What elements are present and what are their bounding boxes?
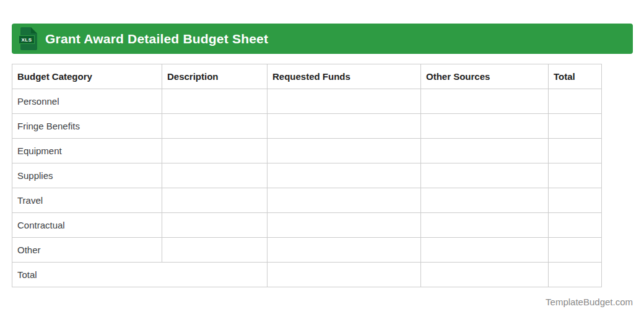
cell-other-sources (421, 263, 549, 287)
cell-requested-funds (268, 263, 421, 287)
cell-total (549, 263, 602, 287)
cell-other-sources (421, 238, 549, 263)
header-row: Budget Category Description Requested Fu… (12, 64, 602, 89)
cell-total (549, 188, 602, 213)
table-row: Supplies (12, 163, 602, 188)
cell-requested-funds (268, 163, 421, 188)
row-label-travel: Travel (12, 188, 162, 213)
row-label-contractual: Contractual (12, 213, 162, 238)
cell-other-sources (421, 163, 549, 188)
column-header-description: Description (162, 64, 268, 89)
cell-total (549, 89, 602, 114)
page: XLS Grant Award Detailed Budget Sheet Bu… (0, 0, 644, 322)
table-row: Personnel (12, 89, 602, 114)
column-header-other-sources: Other Sources (421, 64, 549, 89)
row-label-personnel: Personnel (12, 89, 162, 114)
cell-other-sources (421, 139, 549, 163)
cell-requested-funds (268, 213, 421, 238)
cell-total (549, 114, 602, 139)
row-label-other: Other (12, 238, 162, 263)
cell-total (549, 213, 602, 238)
column-header-budget-category: Budget Category (12, 64, 162, 89)
budget-table: Budget Category Description Requested Fu… (12, 64, 602, 287)
cell-other-sources (421, 114, 549, 139)
cell-requested-funds (268, 114, 421, 139)
cell-requested-funds (268, 188, 421, 213)
cell-description (162, 114, 268, 139)
cell-description (162, 213, 268, 238)
cell-total (549, 163, 602, 188)
cell-other-sources (421, 89, 549, 114)
cell-other-sources (421, 213, 549, 238)
table-row: Equipment (12, 139, 602, 163)
page-title: Grant Award Detailed Budget Sheet (45, 32, 268, 46)
total-row: Total (12, 263, 602, 287)
cell-description (162, 188, 268, 213)
cell-description (162, 139, 268, 163)
cell-description (162, 163, 268, 188)
row-label-fringe-benefits: Fringe Benefits (12, 114, 162, 139)
title-bar: XLS Grant Award Detailed Budget Sheet (12, 24, 633, 54)
table-row: Other (12, 238, 602, 263)
table-row: Travel (12, 188, 602, 213)
cell-total (549, 238, 602, 263)
table-row: Fringe Benefits (12, 114, 602, 139)
watermark: TemplateBudget.com (12, 297, 633, 307)
cell-description (162, 238, 268, 263)
cell-requested-funds (268, 89, 421, 114)
xls-file-icon: XLS (19, 27, 37, 51)
cell-description (162, 89, 268, 114)
column-header-requested-funds: Requested Funds (268, 64, 421, 89)
column-header-total: Total (549, 64, 602, 89)
cell-total (549, 139, 602, 163)
row-label-supplies: Supplies (12, 163, 162, 188)
cell-other-sources (421, 188, 549, 213)
table-row: Contractual (12, 213, 602, 238)
cell-requested-funds (268, 238, 421, 263)
xls-file-type-label: XLS (19, 35, 35, 44)
row-label-equipment: Equipment (12, 139, 162, 163)
row-label-total: Total (12, 263, 268, 287)
cell-requested-funds (268, 139, 421, 163)
